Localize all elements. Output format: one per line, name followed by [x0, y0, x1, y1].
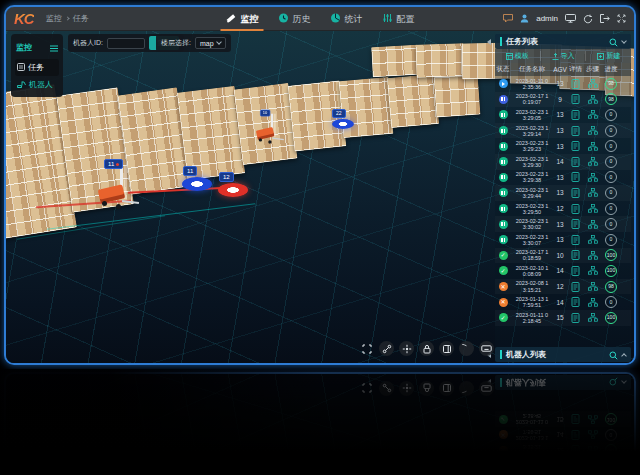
task-detail-button[interactable] — [567, 110, 584, 120]
nav-tab-history[interactable]: 历史 — [279, 7, 311, 31]
main-nav: 监控 历史 统计 配置 — [226, 7, 415, 31]
task-detail-button[interactable] — [567, 204, 584, 214]
sidebar-item-tasks[interactable]: 任务 — [15, 59, 59, 76]
station-marker-blue[interactable]: 22 — [332, 119, 354, 129]
station-marker-blue[interactable]: 11 — [182, 177, 212, 191]
task-steps-button[interactable] — [584, 220, 601, 229]
fullscreen-icon[interactable] — [617, 14, 626, 23]
import-button[interactable]: 导入 — [540, 51, 586, 61]
task-row[interactable]: 2023-02-23 13:30:07130 — [495, 232, 631, 248]
task-row[interactable]: 2023-02-23 13:29:44130 — [495, 185, 631, 201]
task-progress-badge: 0 — [605, 156, 617, 168]
task-steps-button[interactable] — [584, 142, 601, 151]
robot-id-input[interactable] — [107, 38, 145, 49]
task-detail-button[interactable] — [567, 235, 584, 245]
task-steps-button[interactable] — [584, 251, 601, 260]
route-tool-icon[interactable] — [379, 341, 394, 356]
task-detail-button[interactable] — [567, 141, 584, 151]
forklift-robot[interactable]: 10 — [256, 111, 290, 152]
robot-list-header[interactable]: 机器人列表 — [495, 347, 631, 362]
task-detail-button[interactable] — [567, 126, 584, 136]
task-row[interactable]: ✓2023-02-17 10:18:5910100 — [495, 248, 631, 264]
task-detail-button[interactable] — [567, 157, 584, 167]
task-detail-button[interactable] — [567, 282, 584, 292]
task-progress-badge: 98 — [605, 78, 617, 90]
logout-icon[interactable] — [600, 14, 610, 23]
task-steps-button[interactable] — [584, 266, 601, 275]
task-steps-button[interactable] — [584, 126, 601, 135]
collapse-left-icon[interactable] — [487, 39, 491, 45]
forklift-robot[interactable]: 11 — [98, 161, 148, 221]
task-row[interactable]: ✕2023-02-08 13:15:211298 — [495, 279, 631, 295]
task-steps-button[interactable] — [584, 204, 601, 213]
task-row[interactable]: ✓2023-02-10 10:08:0914100 — [495, 263, 631, 279]
task-detail-button[interactable] — [567, 250, 584, 260]
task-steps-button[interactable] — [584, 235, 601, 244]
task-row[interactable]: 2023-02-23 13:29:38130 — [495, 170, 631, 186]
task-status-icon — [499, 95, 508, 104]
nav-tab-config[interactable]: 配置 — [383, 7, 415, 31]
task-row[interactable]: ✓2023-01-11 02:18:4515100 — [495, 310, 631, 326]
task-list-header[interactable]: 任务列表 — [495, 34, 631, 49]
task-progress-badge: 100 — [605, 312, 617, 324]
task-detail-button[interactable] — [567, 172, 584, 182]
task-steps-button[interactable] — [584, 282, 601, 291]
task-row[interactable]: 2023-01-11 02:35:361398 — [495, 76, 631, 92]
template-button[interactable]: 模板 — [495, 51, 540, 61]
sidebar-item-robots[interactable]: 机器人 — [15, 76, 59, 93]
task-row[interactable]: ✕2023-01-13 17:59:51140 — [495, 294, 631, 310]
username-label: admin — [536, 14, 558, 23]
task-detail-button[interactable] — [567, 79, 584, 89]
station-marker-red[interactable]: 12 — [218, 183, 248, 197]
search-icon[interactable] — [609, 33, 618, 51]
message-icon[interactable] — [503, 14, 513, 23]
new-task-button[interactable]: 新建 — [585, 51, 631, 61]
task-row[interactable]: 2023-02-17 10:19:07998 — [495, 92, 631, 108]
task-detail-button[interactable] — [567, 297, 584, 307]
task-status-icon — [499, 173, 508, 182]
task-row[interactable]: 2023-02-23 13:30:02130 — [495, 216, 631, 232]
breadcrumb-item[interactable]: 监控 — [46, 13, 62, 24]
task-detail-button[interactable] — [567, 266, 584, 276]
task-steps-button[interactable] — [584, 173, 601, 182]
task-detail-button[interactable] — [567, 313, 584, 323]
task-row[interactable]: 2023-02-23 13:29:50120 — [495, 201, 631, 217]
user-icon[interactable] — [520, 14, 529, 23]
task-name: 2023-02-23 13:29:38 — [511, 171, 553, 183]
task-steps-button[interactable] — [584, 313, 601, 322]
chevron-down-icon[interactable] — [621, 38, 627, 44]
refresh-icon[interactable] — [583, 14, 593, 24]
nav-tab-monitor[interactable]: 监控 — [226, 7, 259, 31]
config-icon — [383, 13, 393, 25]
panel-tool-icon[interactable] — [439, 341, 454, 356]
task-row[interactable]: 2023-02-23 13:29:14130 — [495, 123, 631, 139]
task-agv-id: 9 — [553, 96, 567, 103]
menu-icon[interactable] — [50, 38, 58, 56]
display-icon[interactable] — [565, 14, 576, 23]
keyboard-icon[interactable] — [479, 341, 494, 356]
task-status-icon — [499, 204, 508, 213]
task-detail-button[interactable] — [567, 188, 584, 198]
floor-select[interactable]: map — [195, 37, 226, 49]
task-row[interactable]: 2023-02-23 13:29:30140 — [495, 154, 631, 170]
task-steps-button[interactable] — [584, 298, 601, 307]
task-rows: 2023-01-11 02:35:3613982023-02-17 10:19:… — [495, 76, 631, 344]
task-steps-button[interactable] — [584, 157, 601, 166]
monitor-nav-icon — [226, 13, 237, 25]
chevron-up-icon[interactable] — [621, 353, 627, 359]
search-icon[interactable] — [609, 346, 618, 364]
task-steps-button[interactable] — [584, 79, 601, 88]
task-steps-button[interactable] — [584, 188, 601, 197]
lock-icon[interactable] — [419, 341, 434, 356]
task-row[interactable]: 2023-02-23 13:29:23130 — [495, 138, 631, 154]
task-steps-button[interactable] — [584, 95, 601, 104]
locate-tool-icon[interactable] — [399, 341, 414, 356]
task-detail-button[interactable] — [567, 219, 584, 229]
task-steps-button[interactable] — [584, 110, 601, 119]
nav-tab-stats[interactable]: 统计 — [331, 7, 363, 31]
task-agv-id: 13 — [553, 221, 567, 228]
task-row[interactable]: 2023-02-23 13:29:05130 — [495, 107, 631, 123]
book-tool-icon[interactable] — [459, 341, 474, 356]
expand-icon[interactable] — [359, 341, 374, 356]
task-detail-button[interactable] — [567, 94, 584, 104]
